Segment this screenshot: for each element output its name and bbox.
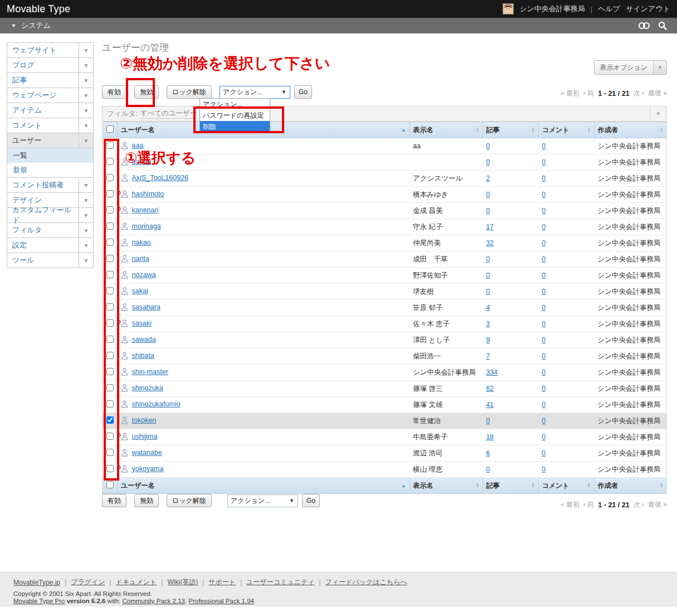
search-icon[interactable] [658, 21, 667, 30]
community-pack-link[interactable]: Community Pack 2.13 [122, 598, 185, 604]
signout-link[interactable]: サインアウト [626, 4, 670, 14]
comments-count-link[interactable]: 0 [542, 465, 546, 473]
row-checkbox[interactable] [106, 303, 114, 311]
page-prev[interactable]: ‹ 前 [583, 500, 594, 510]
column-header-entries[interactable]: 記事▲▼ [483, 478, 538, 494]
unlock-button-bottom[interactable]: ロック解除 [167, 494, 212, 507]
entries-count-link[interactable]: 0 [486, 142, 490, 150]
entries-count-link[interactable]: 17 [486, 223, 494, 231]
entries-count-link[interactable]: 9 [486, 336, 490, 344]
row-checkbox[interactable] [106, 368, 114, 375]
filter-toggle[interactable]: ▼ [650, 106, 666, 121]
entries-count-link[interactable]: 334 [486, 368, 498, 376]
chevron-down-icon[interactable]: ▼ [79, 253, 93, 268]
enable-button[interactable]: 有効 [102, 85, 126, 99]
sidebar-subitem-new[interactable]: 新規 [7, 163, 93, 177]
comments-count-link[interactable]: 0 [542, 304, 546, 312]
entries-count-link[interactable]: 32 [486, 239, 494, 247]
entries-count-link[interactable]: 41 [486, 401, 494, 409]
entries-count-link[interactable]: 0 [486, 465, 490, 473]
action-select-bottom[interactable]: アクション... ▼ [227, 494, 298, 507]
username-link[interactable]: shibata [132, 352, 154, 360]
username-link[interactable]: AxiS_TooL160926 [132, 174, 188, 182]
product-link[interactable]: Movable Type Pro [13, 598, 65, 604]
comments-count-link[interactable]: 0 [542, 271, 546, 279]
professional-pack-link[interactable]: Professional Pack 1.94 [188, 598, 254, 604]
avatar[interactable] [503, 3, 514, 14]
go-button[interactable]: Go [294, 85, 312, 99]
chevron-down-icon[interactable]: ▼ [79, 88, 93, 103]
footer-link[interactable]: プラグイン [71, 578, 105, 587]
comments-count-link[interactable]: 0 [542, 320, 546, 328]
comments-count-link[interactable]: 0 [542, 336, 546, 344]
sort-icon[interactable]: ▲▼ [476, 127, 479, 133]
username-link[interactable]: nozawa [132, 271, 156, 279]
sort-icon[interactable]: ▲▼ [587, 127, 591, 133]
entries-count-link[interactable]: 0 [486, 191, 490, 198]
sort-icon[interactable]: ▲▼ [532, 127, 535, 133]
sidebar-item-tools[interactable]: ツール▼ [7, 253, 94, 268]
chevron-down-icon[interactable]: ▼ [79, 43, 93, 57]
entries-count-link[interactable]: 0 [486, 417, 490, 425]
username-link[interactable]: ushijima [132, 433, 158, 440]
disable-button-bottom[interactable]: 無効 [134, 494, 159, 507]
row-checkbox[interactable] [106, 400, 114, 408]
column-header-username[interactable]: ユーザー名▲ [118, 478, 410, 494]
footer-link[interactable]: ユーザーコミュニティ [246, 578, 314, 587]
comments-count-link[interactable]: 0 [542, 385, 546, 392]
footer-link[interactable]: フィードバックはこちらへ [325, 578, 407, 587]
row-checkbox[interactable] [106, 158, 114, 165]
sidebar-item-settings[interactable]: 設定▼ [7, 237, 94, 253]
sort-icon[interactable]: ▲▼ [660, 483, 663, 488]
row-checkbox[interactable] [106, 319, 114, 327]
column-header-display-name[interactable]: 表示名▲▼ [410, 478, 483, 494]
entries-count-link[interactable]: 0 [486, 207, 490, 215]
filter-value-link[interactable]: すべてのユーザー [140, 109, 197, 119]
chevron-down-icon[interactable]: ▼ [79, 58, 93, 72]
chevron-down-icon[interactable]: ▼ [79, 238, 93, 253]
entries-count-link[interactable]: 0 [486, 255, 490, 263]
chevron-down-icon[interactable]: ▼ [79, 208, 93, 222]
action-menu-item[interactable]: パスワードの再設定 [200, 110, 270, 121]
entries-count-link[interactable]: 4 [486, 304, 490, 312]
username-link[interactable]: sakai [132, 287, 148, 295]
select-all-checkbox-top[interactable] [106, 125, 114, 133]
action-menu-item[interactable]: アクション... [200, 99, 270, 110]
column-header-author[interactable]: 作成者▲▼ [594, 478, 666, 494]
entries-count-link[interactable]: 3 [486, 320, 490, 328]
sidebar-item-page[interactable]: ウェブページ▼ [7, 88, 94, 103]
username-link[interactable]: watanabe [132, 449, 162, 457]
comments-count-link[interactable]: 0 [542, 239, 546, 247]
entries-count-link[interactable]: 0 [486, 271, 490, 279]
entries-count-link[interactable]: 2 [486, 174, 490, 182]
row-checkbox[interactable] [106, 222, 114, 230]
entries-count-link[interactable]: 7 [486, 352, 490, 360]
chevron-down-icon[interactable]: ▼ [79, 118, 93, 133]
action-select[interactable]: アクション... ▼ [220, 86, 290, 99]
username-link[interactable]: hashimoto [132, 190, 164, 198]
chevron-down-icon[interactable]: ▼ [79, 133, 93, 148]
sidebar-item-comment[interactable]: コメント▼ [7, 118, 94, 133]
sidebar-subitem-list[interactable]: 一覧 [7, 148, 93, 163]
page-next[interactable]: 次 › [634, 500, 644, 510]
sidebar-item-asset[interactable]: アイテム▼ [7, 103, 94, 118]
row-checkbox[interactable] [106, 384, 114, 391]
comments-count-link[interactable]: 0 [542, 142, 546, 150]
username-link[interactable]: shin-master [132, 368, 168, 376]
current-user[interactable]: シン中央会計事務局 [519, 4, 585, 14]
row-checkbox[interactable] [106, 465, 114, 472]
row-checkbox[interactable] [106, 206, 114, 214]
comments-count-link[interactable]: 0 [542, 449, 546, 457]
username-link[interactable]: nakao [132, 239, 151, 246]
entries-count-link[interactable]: 18 [486, 433, 494, 441]
help-link[interactable]: ヘルプ [598, 4, 620, 14]
chevron-down-icon[interactable]: ▼ [79, 223, 93, 237]
comments-count-link[interactable]: 0 [542, 288, 546, 295]
column-header-display-name[interactable]: 表示名▲▼ [410, 122, 483, 138]
page-last[interactable]: 最後 » [648, 89, 667, 98]
action-menu-item[interactable]: 削除 [200, 121, 270, 132]
comments-count-link[interactable]: 0 [542, 401, 546, 409]
sidebar-item-filter[interactable]: フィルタ▼ [7, 222, 94, 238]
row-checkbox[interactable] [106, 255, 114, 262]
chevron-down-icon[interactable]: ▼ [653, 61, 666, 74]
